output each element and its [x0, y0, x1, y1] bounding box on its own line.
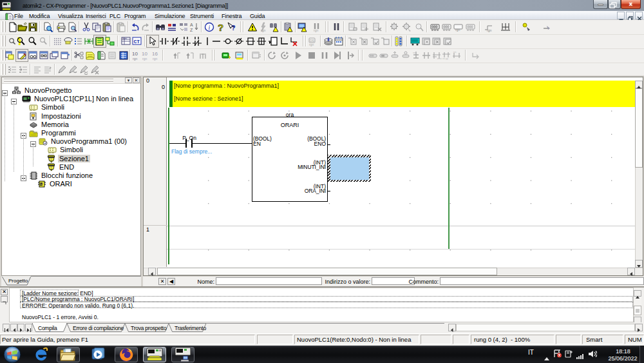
svg-text:Sym: Sym [122, 37, 127, 39]
svg-text:10: 10 [132, 51, 138, 57]
svg-text:A: A [190, 23, 193, 27]
svg-text:rgn: rgn [261, 28, 265, 32]
svg-text:L: L [41, 182, 43, 186]
svg-text:CT: CT [134, 39, 140, 44]
svg-text:nn: nn [453, 50, 456, 54]
svg-text:xx yy: xx yy [442, 57, 448, 60]
svg-text:?: ? [231, 24, 236, 32]
svg-text:rgn: rgn [309, 43, 314, 46]
svg-text:rgn: rgn [142, 57, 147, 61]
svg-text:rgn: rgn [455, 28, 460, 32]
svg-text:rgn: rgn [133, 57, 137, 61]
svg-text:set: set [413, 51, 417, 54]
svg-text:rgn: rgn [487, 28, 491, 32]
svg-text:10: 10 [142, 51, 147, 57]
svg-text:rgn: rgn [314, 28, 318, 32]
svg-text:i: i [209, 24, 211, 31]
svg-text:16: 16 [152, 51, 158, 57]
svg-text:Z: Z [190, 28, 193, 32]
svg-text:rgn: rgn [153, 57, 157, 61]
svg-text:?: ? [218, 22, 223, 32]
